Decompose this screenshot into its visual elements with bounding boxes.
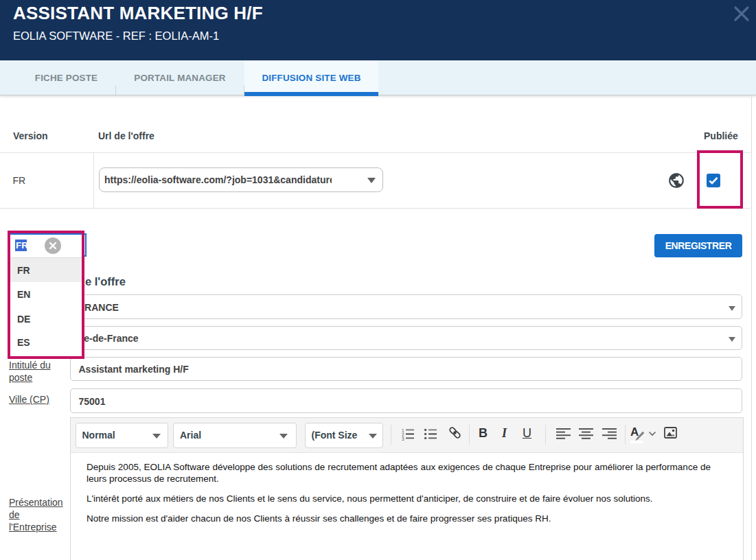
svg-text:3: 3	[402, 436, 404, 441]
